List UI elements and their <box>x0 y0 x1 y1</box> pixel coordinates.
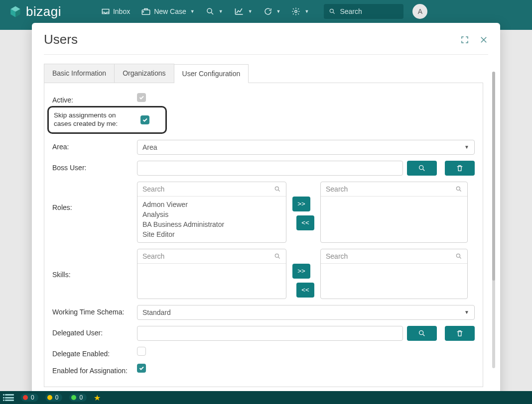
boss-user-label: Boss User: <box>52 161 137 172</box>
tab-organizations[interactable]: Organizations <box>115 64 174 83</box>
chevron-down-icon: ▼ <box>276 9 281 14</box>
nav-analytics[interactable]: ▼ <box>234 7 253 16</box>
nav-settings[interactable]: ▼ <box>291 7 309 16</box>
roles-available-search[interactable]: Search <box>137 182 286 197</box>
list-icon[interactable] <box>5 394 14 401</box>
wts-label: Working Time Schema: <box>52 305 137 316</box>
enabled-assign-checkbox[interactable] <box>137 364 146 373</box>
roles-selected-search[interactable]: Search <box>321 182 467 197</box>
delegated-user-label: Delegated User: <box>52 326 137 337</box>
row-boss-user: Boss User: <box>52 158 475 179</box>
wts-select-value: Standard <box>142 308 171 316</box>
skills-available-search[interactable]: Search <box>137 249 286 264</box>
cube-icon <box>9 5 22 18</box>
nav-inbox[interactable]: Inbox <box>101 7 130 15</box>
wts-select[interactable]: Standard ▼ <box>137 305 475 320</box>
status-green-count: 0 <box>79 394 83 401</box>
roles-available-list: Search Admon Viewer Analysis BA Business… <box>137 182 286 243</box>
tab-basic-information[interactable]: Basic Information <box>44 64 115 83</box>
roles-selected-search-placeholder: Search <box>326 185 348 193</box>
svg-point-4 <box>207 8 212 13</box>
svg-point-9 <box>456 187 460 190</box>
avatar-initial: A <box>418 7 422 15</box>
skills-available-search-placeholder: Search <box>142 252 164 260</box>
area-select-value: Area <box>142 143 157 151</box>
svg-point-6 <box>330 9 334 12</box>
close-icon[interactable] <box>479 35 488 44</box>
roles-available-search-placeholder: Search <box>142 185 164 193</box>
delegated-user-search-button[interactable] <box>407 326 437 341</box>
svg-point-7 <box>419 165 423 169</box>
search-icon <box>274 186 281 193</box>
topbar: bizagi Inbox New Case ▼ ▼ ▼ <box>0 0 532 23</box>
area-label: Area: <box>52 140 137 151</box>
status-pill-red[interactable]: 0 <box>21 394 38 402</box>
chevron-down-icon: ▼ <box>190 9 195 14</box>
boss-user-search-button[interactable] <box>407 161 437 176</box>
chevron-down-icon: ▼ <box>248 9 253 14</box>
delegated-user-clear-button[interactable] <box>445 326 475 341</box>
svg-point-11 <box>456 254 460 257</box>
delegate-enabled-checkbox[interactable] <box>137 347 146 356</box>
dot-green-icon <box>71 395 76 400</box>
list-item[interactable]: Analysis <box>142 209 281 219</box>
row-area: Area: Area ▼ <box>52 137 475 158</box>
maximize-icon[interactable] <box>460 35 469 44</box>
skip-assignments-checkbox[interactable] <box>140 115 149 124</box>
area-select[interactable]: Area ▼ <box>137 140 475 155</box>
users-dialog: Users Basic Information Organizations Us… <box>32 23 500 404</box>
roles-label: Roles: <box>52 182 137 211</box>
list-item[interactable]: Site Editor <box>142 229 281 239</box>
roles-selected-list: Search <box>320 182 468 243</box>
trash-icon <box>456 164 464 172</box>
list-item[interactable]: Admon Viewer <box>142 200 281 209</box>
svg-point-12 <box>419 330 423 334</box>
enabled-assign-label: Enabled for Assignation: <box>52 364 137 375</box>
star-icon[interactable]: ★ <box>94 393 101 403</box>
skills-move-right-button[interactable]: >> <box>292 264 310 279</box>
roles-move-right-button[interactable]: >> <box>292 197 310 211</box>
chevron-down-icon: ▼ <box>219 9 223 14</box>
skills-selected-search[interactable]: Search <box>321 249 467 264</box>
delegate-enabled-label: Delegate Enabled: <box>52 347 137 358</box>
skills-available-list: Search <box>137 249 286 299</box>
row-skills: Skills: Search >> << <box>52 246 475 302</box>
dialog-vscroll-thumb[interactable] <box>492 72 495 281</box>
skip-assignments-highlight: Skip assignments on cases created by me: <box>47 106 167 134</box>
inbox-icon <box>101 7 110 15</box>
chart-icon <box>234 7 244 16</box>
nav-new-case[interactable]: New Case ▼ <box>141 7 195 16</box>
search-icon <box>329 8 336 15</box>
skills-selected-list: Search <box>320 249 468 299</box>
avatar[interactable]: A <box>412 4 427 19</box>
chevron-down-icon: ▼ <box>304 9 309 14</box>
skills-move-left-button[interactable]: << <box>296 283 314 298</box>
tab-user-configuration[interactable]: User Configuration <box>174 64 249 83</box>
boss-user-input[interactable] <box>137 161 403 176</box>
status-yellow-count: 0 <box>55 394 59 401</box>
active-checkbox[interactable] <box>137 93 146 102</box>
user-config-panel: Active: Skip assignments on cases create… <box>44 83 483 387</box>
status-pill-green[interactable]: 0 <box>69 394 87 402</box>
list-item[interactable]: BA Business Administrator <box>142 219 281 229</box>
search-icon <box>418 329 426 337</box>
active-label: Active: <box>52 93 137 104</box>
global-search[interactable]: Search <box>324 4 403 19</box>
roles-move-left-button[interactable]: << <box>296 215 314 230</box>
status-pill-yellow[interactable]: 0 <box>45 394 63 402</box>
row-active: Active: <box>52 90 475 107</box>
briefcase-plus-icon <box>141 7 151 16</box>
nav-new-case-label: New Case <box>154 7 186 15</box>
nav-refresh[interactable]: ▼ <box>264 7 281 16</box>
dialog-header: Users <box>44 32 488 55</box>
refresh-icon <box>264 7 272 16</box>
top-nav: Inbox New Case ▼ ▼ ▼ ▼ <box>101 7 309 16</box>
svg-point-8 <box>275 187 278 190</box>
delegated-user-input[interactable] <box>137 326 403 341</box>
status-bar: 0 0 0 ★ <box>0 391 532 404</box>
boss-user-clear-button[interactable] <box>445 161 475 176</box>
nav-search[interactable]: ▼ <box>206 7 223 16</box>
trash-icon <box>456 329 464 337</box>
row-roles: Roles: Search Admon Viewer Analysis BA B… <box>52 179 475 246</box>
dot-yellow-icon <box>47 395 52 400</box>
